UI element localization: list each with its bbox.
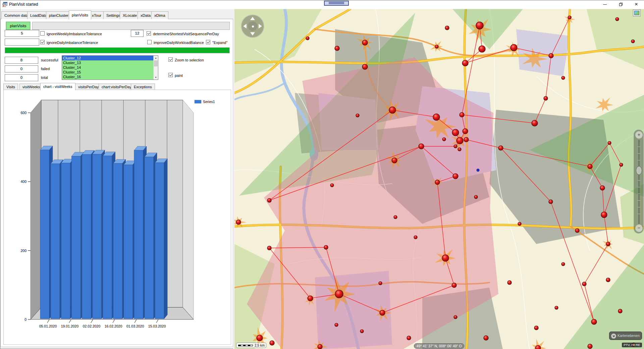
visit-dot[interactable] bbox=[474, 195, 478, 199]
visit-dot[interactable] bbox=[600, 186, 605, 190]
visit-dot[interactable] bbox=[362, 40, 368, 45]
visit-dot[interactable] bbox=[454, 315, 457, 319]
improve-daily-checkbox[interactable] bbox=[147, 40, 152, 44]
pan-left-icon[interactable] bbox=[243, 24, 247, 29]
scroll-up-icon[interactable]: ▲ bbox=[154, 56, 158, 60]
list-item[interactable]: Cluster_16 bbox=[62, 74, 158, 79]
visit-dot[interactable] bbox=[394, 215, 397, 219]
zoom-in-icon[interactable]: + bbox=[635, 131, 643, 139]
map-canvas[interactable] bbox=[234, 9, 644, 349]
visit-dot[interactable] bbox=[582, 282, 586, 286]
shortest-seq-input[interactable]: 12 bbox=[131, 30, 144, 37]
visit-dot[interactable] bbox=[414, 236, 417, 239]
visit-dot[interactable] bbox=[419, 144, 424, 149]
paint-checkbox[interactable] bbox=[168, 73, 173, 77]
visit-dot[interactable] bbox=[356, 114, 359, 117]
visit-dot[interactable] bbox=[507, 281, 512, 285]
visit-dot[interactable] bbox=[379, 282, 382, 285]
visit-dot[interactable] bbox=[588, 344, 592, 349]
pan-down-icon[interactable] bbox=[250, 32, 255, 36]
visit-dot[interactable] bbox=[458, 148, 461, 151]
list-item[interactable]: Cluster_12 bbox=[62, 56, 158, 60]
visit-dot[interactable] bbox=[442, 255, 449, 261]
visit-dot[interactable] bbox=[335, 46, 339, 51]
expand-checkbox[interactable] bbox=[206, 40, 210, 44]
visit-dot[interactable] bbox=[601, 212, 607, 218]
subtab-visitsperday[interactable]: visitsPerDay bbox=[75, 84, 102, 90]
output-textbox[interactable] bbox=[32, 22, 230, 30]
visit-dot[interactable] bbox=[575, 229, 579, 233]
ignore-weekly-checkbox[interactable] bbox=[40, 31, 45, 36]
restore-button[interactable] bbox=[615, 1, 626, 8]
list-item[interactable]: Cluster_15 bbox=[62, 70, 158, 74]
subtab-chart-visitsperday[interactable]: chart:visitsPerDay bbox=[99, 84, 135, 90]
visit-dot[interactable] bbox=[360, 330, 364, 333]
overview-map-button[interactable] bbox=[633, 9, 641, 16]
listbox-scrollbar[interactable]: ▲ ▼ bbox=[153, 56, 158, 80]
visit-dot[interactable] bbox=[362, 64, 368, 69]
visit-dot[interactable] bbox=[549, 200, 553, 204]
visit-dot[interactable] bbox=[588, 164, 592, 169]
visit-dot[interactable] bbox=[631, 40, 635, 43]
visit-dot[interactable] bbox=[532, 120, 538, 126]
visit-dot[interactable] bbox=[270, 341, 274, 345]
visit-dot[interactable] bbox=[498, 146, 503, 150]
visit-dot[interactable] bbox=[454, 145, 457, 148]
subtab-visitweeks[interactable]: visitWeeks bbox=[19, 84, 43, 90]
visit-dot[interactable] bbox=[606, 242, 610, 246]
visit-dot[interactable] bbox=[591, 319, 597, 325]
visit-dot[interactable] bbox=[389, 107, 396, 113]
tab-xdima[interactable]: xDima bbox=[151, 11, 168, 19]
visit-dot[interactable] bbox=[407, 336, 411, 340]
successful-count[interactable]: 8 bbox=[5, 57, 38, 64]
visit-dot[interactable] bbox=[445, 26, 449, 30]
visit-dot[interactable] bbox=[620, 163, 623, 166]
visit-dot[interactable] bbox=[324, 245, 328, 249]
visit-dot[interactable] bbox=[535, 345, 541, 349]
visit-dot[interactable] bbox=[460, 112, 464, 117]
visit-dot[interactable] bbox=[267, 198, 271, 202]
close-button[interactable]: × bbox=[631, 1, 642, 8]
visit-dot[interactable] bbox=[318, 344, 322, 349]
determine-shortest-checkbox[interactable] bbox=[147, 31, 151, 36]
scroll-down-icon[interactable]: ▼ bbox=[154, 75, 158, 80]
map-panel[interactable]: + − 2,5 km 49° 41′ 37″ N, 008° 06′ 49″ O… bbox=[234, 9, 644, 349]
visit-dot[interactable] bbox=[462, 60, 468, 66]
cluster-listbox[interactable]: Cluster_12 Cluster_13 Cluster_14 Cluster… bbox=[62, 55, 158, 80]
list-item[interactable]: Cluster_13 bbox=[62, 60, 158, 65]
visit-dot[interactable] bbox=[392, 158, 397, 163]
dock-drag-handle[interactable] bbox=[324, 1, 349, 6]
zoom-to-selection-checkbox[interactable] bbox=[168, 57, 173, 62]
visit-dot[interactable] bbox=[568, 16, 571, 19]
visit-dot[interactable] bbox=[544, 96, 548, 100]
list-item[interactable]: Cluster_14 bbox=[62, 65, 158, 70]
visit-dot[interactable] bbox=[236, 220, 241, 225]
visit-dot[interactable] bbox=[618, 309, 622, 313]
zoom-track[interactable] bbox=[639, 140, 639, 224]
visit-dot[interactable] bbox=[608, 141, 611, 145]
weekly-tolerance-input[interactable]: 5 bbox=[5, 30, 39, 37]
minimize-button[interactable] bbox=[599, 1, 610, 8]
visit-dot[interactable] bbox=[380, 310, 385, 315]
visit-dot[interactable] bbox=[534, 326, 538, 330]
visit-dot[interactable] bbox=[267, 246, 271, 250]
visit-dot[interactable] bbox=[615, 17, 619, 21]
visit-dot[interactable] bbox=[308, 296, 313, 301]
subtab-visits[interactable]: Visits bbox=[3, 84, 18, 90]
zoom-thumb[interactable] bbox=[636, 166, 642, 175]
visit-dot[interactable] bbox=[484, 336, 488, 340]
visit-dot[interactable] bbox=[479, 46, 485, 52]
pan-right-icon[interactable] bbox=[259, 24, 262, 29]
planvisits-run-button[interactable]: planVisits bbox=[6, 22, 30, 30]
visit-dot[interactable] bbox=[435, 180, 440, 185]
visit-dot[interactable] bbox=[452, 129, 459, 136]
zoom-slider[interactable]: + − bbox=[634, 130, 644, 234]
subtab-chart-visitweeks[interactable]: chart - visitWeeks bbox=[40, 83, 75, 90]
zoom-out-icon[interactable]: − bbox=[635, 225, 643, 232]
visit-dot[interactable] bbox=[555, 306, 558, 309]
visit-dot[interactable] bbox=[306, 37, 309, 40]
tab-xlocate[interactable]: XLocate bbox=[120, 11, 140, 19]
visit-dot[interactable] bbox=[511, 44, 517, 51]
visit-dot[interactable] bbox=[435, 45, 438, 48]
visit-dot[interactable] bbox=[335, 290, 343, 298]
